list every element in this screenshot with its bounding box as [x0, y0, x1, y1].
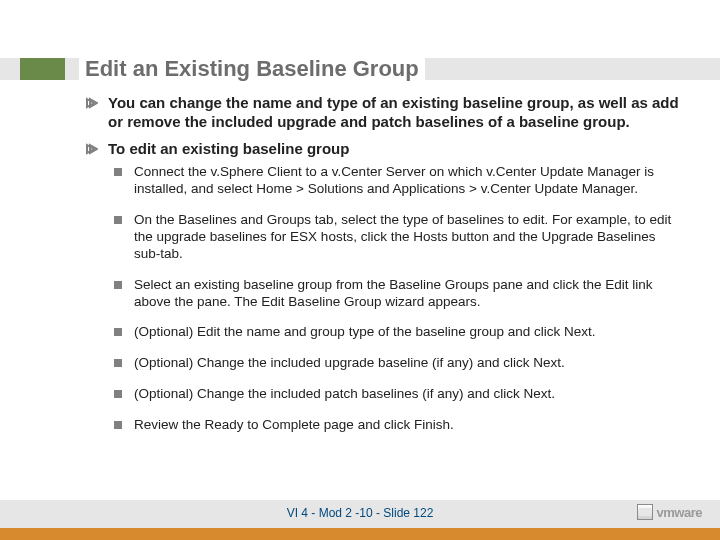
footer: VI 4 - Mod 2 -10 - Slide 122 vmware — [0, 500, 720, 540]
bullet-level2: (Optional) Edit the name and group type … — [114, 324, 682, 341]
footer-top: VI 4 - Mod 2 -10 - Slide 122 vmware — [0, 500, 720, 528]
square-icon — [114, 277, 134, 289]
square-icon — [114, 417, 134, 429]
bullet-level2: Select an existing baseline group from t… — [114, 277, 682, 311]
logo-icon — [637, 504, 653, 520]
bullet-level2: (Optional) Change the included patch bas… — [114, 386, 682, 403]
sub-bullet-text: On the Baselines and Groups tab, select … — [134, 212, 682, 263]
slide-title: Edit an Existing Baseline Group — [79, 56, 425, 82]
title-row: Edit an Existing Baseline Group — [0, 54, 720, 84]
square-icon — [114, 386, 134, 398]
bullet-level2: Connect the v.Sphere Client to a v.Cente… — [114, 164, 682, 198]
top-bar — [0, 0, 720, 10]
vmware-logo: vmware — [637, 504, 702, 520]
bullet-level2: Review the Ready to Complete page and cl… — [114, 417, 682, 434]
bullet-text: You can change the name and type of an e… — [108, 94, 682, 132]
title-accent-right — [425, 58, 720, 80]
arrow-icon — [86, 94, 108, 109]
square-icon — [114, 164, 134, 176]
sub-bullet-text: Connect the v.Sphere Client to a v.Cente… — [134, 164, 682, 198]
sub-bullet-text: (Optional) Edit the name and group type … — [134, 324, 596, 341]
square-icon — [114, 355, 134, 367]
bullet-text: To edit an existing baseline group — [108, 140, 349, 159]
sub-bullet-text: Review the Ready to Complete page and cl… — [134, 417, 454, 434]
content-area: You can change the name and type of an e… — [86, 86, 682, 448]
bullet-level2: On the Baselines and Groups tab, select … — [114, 212, 682, 263]
bullet-level1: To edit an existing baseline group — [86, 140, 682, 159]
arrow-icon — [86, 140, 108, 155]
title-accent-left — [0, 58, 79, 80]
sub-bullet-text: Select an existing baseline group from t… — [134, 277, 682, 311]
sub-bullet-text: (Optional) Change the included patch bas… — [134, 386, 555, 403]
bullet-level2: (Optional) Change the included upgrade b… — [114, 355, 682, 372]
footer-accent-bar — [0, 528, 720, 540]
logo-text: vmware — [657, 505, 702, 520]
sub-bullet-text: (Optional) Change the included upgrade b… — [134, 355, 565, 372]
sub-bullet-list: Connect the v.Sphere Client to a v.Cente… — [114, 164, 682, 434]
slide-number: VI 4 - Mod 2 -10 - Slide 122 — [0, 506, 720, 520]
square-icon — [114, 324, 134, 336]
bullet-level1: You can change the name and type of an e… — [86, 94, 682, 132]
square-icon — [114, 212, 134, 224]
slide: Edit an Existing Baseline Group You can … — [0, 0, 720, 540]
